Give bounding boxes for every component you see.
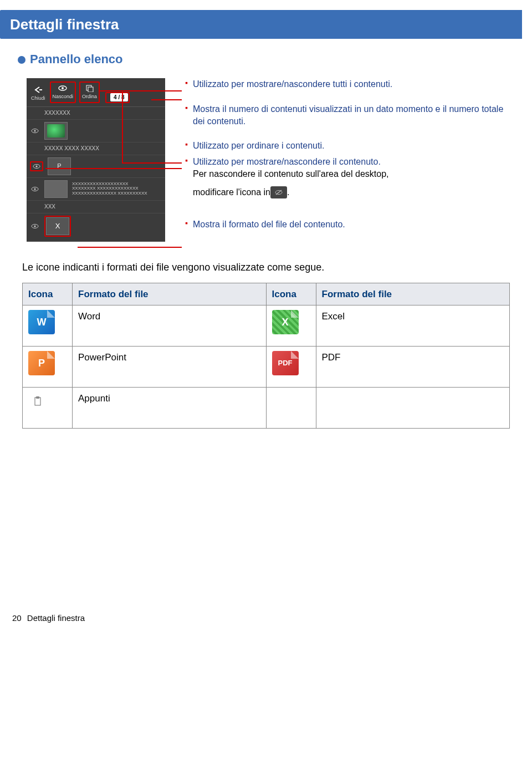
highlight-sort: Ordina — [79, 82, 100, 103]
callout-line — [99, 90, 182, 91]
cell-icon: PDF — [266, 347, 316, 388]
table-row: P PowerPoint PDF PDF — [23, 347, 510, 388]
callout-text: Per nascondere il contenuto sull'area de… — [193, 169, 389, 179]
footer-label: Dettagli finestra — [27, 613, 85, 623]
callout: ▪ Mostra il formato del file del contenu… — [185, 218, 510, 231]
callout-line — [122, 90, 123, 162]
file-format-table: Icona Formato del file Icona Formato del… — [22, 283, 510, 429]
callout: ▪ Utilizzato per ordinare i contenuti. — [185, 140, 510, 152]
eye-hidden-icon — [270, 186, 287, 198]
cell-empty — [316, 388, 510, 429]
highlight-thumbnail: X — [44, 216, 71, 237]
eye-icon — [30, 128, 40, 134]
callout-text-block: Utilizzato per mostrare/nascondere il co… — [193, 156, 389, 198]
callout-line — [78, 247, 182, 248]
callout-text: Utilizzato per ordinare i contenuti. — [193, 140, 324, 152]
sort-icon — [85, 84, 95, 92]
table-row: Appunti — [23, 388, 510, 429]
row-label: XXX — [44, 203, 55, 211]
row-label-multi: XXXXXXXXXXXXXXXXXXX XXXXXXXX XXXXXXXXXXX… — [72, 182, 147, 196]
body-paragraph: Le icone indicanti i formati dei file ve… — [22, 261, 510, 274]
cell-format: PowerPoint — [73, 347, 267, 388]
callout-text: Utilizzato per mostrare/nascondere tutti… — [193, 78, 392, 90]
table-row: W Word X Excel — [23, 305, 510, 347]
tick-icon: ▪ — [185, 103, 191, 113]
callout: ▪ Mostra il numero di contenuti visualiz… — [185, 103, 510, 128]
highlight-hide: Nascondi — [50, 82, 76, 103]
svg-rect-3 — [88, 87, 93, 92]
svg-point-9 — [34, 188, 35, 190]
svg-point-1 — [62, 87, 64, 89]
close-label: Chiudi — [31, 95, 45, 102]
list-item[interactable]: P — [27, 155, 165, 178]
sort-label: Ordina — [82, 93, 97, 100]
cell-icon: W — [23, 305, 73, 347]
close-button[interactable]: Chiudi — [30, 85, 47, 103]
page-number: 20 — [12, 613, 22, 623]
cell-format: PDF — [316, 347, 510, 388]
cell-empty — [266, 388, 316, 429]
list-header-row: XXXXXXX — [27, 107, 165, 120]
panel-toolbar: Chiudi Nascondi Ordina 4 — [27, 78, 165, 107]
eye-icon — [30, 223, 40, 230]
callout-line — [45, 168, 182, 169]
bullet-icon — [18, 56, 25, 64]
th-format: Formato del file — [73, 283, 267, 305]
list-header-row: XXXXX XXXX XXXXX — [27, 142, 165, 155]
callout: ▪ Utilizzato per mostrare/nascondere tut… — [185, 78, 510, 90]
th-format: Formato del file — [316, 283, 510, 305]
th-icon: Icona — [23, 283, 73, 305]
tick-icon: ▪ — [185, 78, 191, 88]
cell-format: Excel — [316, 305, 510, 347]
svg-point-5 — [34, 130, 35, 131]
thumbnail-blank — [44, 180, 68, 198]
list-item[interactable]: X — [27, 213, 165, 242]
section-subtitle: Pannello elenco — [18, 51, 532, 68]
svg-point-11 — [34, 225, 35, 227]
svg-rect-14 — [35, 398, 40, 405]
callout: ▪ Utilizzato per mostrare/nascondere il … — [185, 156, 510, 198]
list-item[interactable]: XXXXXXXXXXXXXXXXXXX XXXXXXXX XXXXXXXXXXX… — [27, 178, 165, 201]
highlight-eye-row — [30, 161, 43, 171]
page-title: Dettagli finestra — [0, 10, 522, 39]
thumbnail-image — [44, 122, 68, 140]
pdf-icon: PDF — [272, 351, 299, 375]
notes-icon — [28, 392, 47, 411]
list-panel: Chiudi Nascondi Ordina 4 — [27, 78, 165, 242]
callout-text: modificare l'icona in — [193, 186, 270, 198]
th-icon: Icona — [266, 283, 316, 305]
thumbnail-ppt: P — [48, 157, 71, 175]
highlight-counter: 4 / 8 — [105, 92, 129, 103]
powerpoint-icon: P — [28, 351, 55, 375]
cell-icon: X — [266, 305, 316, 347]
callout-text: Utilizzato per mostrare/nascondere il co… — [193, 157, 381, 166]
row-label: XXXXXXX — [44, 109, 70, 117]
callout-text: Mostra il numero di contenuti visualizza… — [193, 103, 510, 128]
eye-icon — [58, 84, 68, 92]
list-header-row: XXX — [27, 201, 165, 213]
sort-button[interactable]: Ordina — [81, 83, 98, 101]
cell-format: Appunti — [73, 388, 267, 429]
callout-line — [122, 162, 182, 164]
callout-text: Mostra il formato del file del contenuto… — [193, 218, 345, 231]
eye-icon — [30, 186, 40, 192]
cell-icon — [23, 388, 73, 429]
word-icon: W — [28, 310, 55, 334]
arrow-left-icon — [33, 86, 43, 94]
callout-line — [151, 99, 182, 100]
cell-format: Word — [73, 305, 267, 347]
tick-icon: ▪ — [185, 156, 191, 165]
list-item[interactable] — [27, 120, 165, 142]
hide-label: Nascondi — [53, 93, 74, 100]
page-footer: 20 Dettagli finestra — [12, 612, 85, 624]
callout-text: . — [287, 186, 289, 198]
hide-button[interactable]: Nascondi — [52, 83, 75, 101]
tick-icon: ▪ — [185, 140, 191, 149]
svg-rect-15 — [36, 396, 39, 399]
cell-icon: P — [23, 347, 73, 388]
thumbnail-excel: X — [46, 217, 69, 235]
excel-icon: X — [272, 310, 299, 334]
row-label: XXXXX XXXX XXXXX — [44, 145, 99, 152]
tick-icon: ▪ — [185, 218, 191, 228]
eye-icon[interactable] — [32, 163, 42, 170]
